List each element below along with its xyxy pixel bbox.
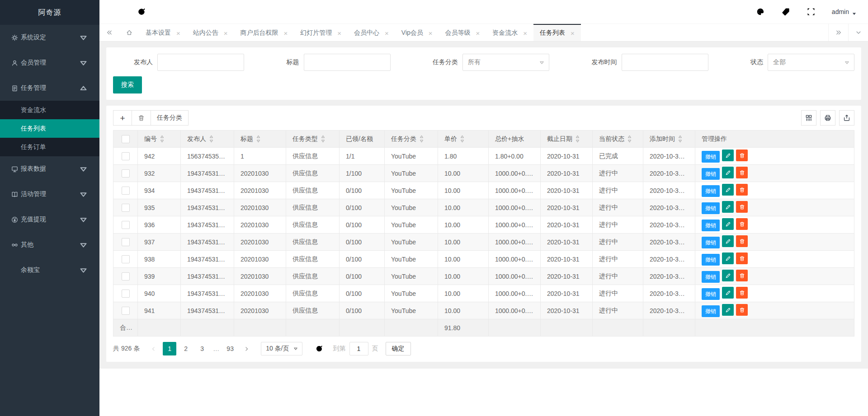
row-checkbox[interactable] bbox=[122, 290, 130, 298]
sort-icon[interactable] bbox=[160, 135, 164, 143]
tab-merchant-permissions[interactable]: 商户后台权限× bbox=[234, 24, 294, 41]
tabs-scroll-right-button[interactable] bbox=[828, 24, 848, 41]
confirm-button[interactable]: 确定 bbox=[386, 342, 411, 355]
field-input-publish-time[interactable] bbox=[622, 54, 708, 71]
task-category-button[interactable]: 任务分类 bbox=[151, 110, 189, 126]
sidebar-subitem-task-orders[interactable]: 任务订单 bbox=[0, 138, 99, 156]
edit-button[interactable] bbox=[722, 150, 734, 161]
page-button-3[interactable]: 3 bbox=[195, 342, 209, 355]
delete-row-button[interactable] bbox=[736, 184, 748, 196]
pagination-refresh-icon[interactable] bbox=[315, 345, 323, 353]
page-button-1[interactable]: 1 bbox=[163, 342, 176, 355]
page-size-select[interactable]: 10 条/页 bbox=[261, 342, 302, 355]
revoke-button[interactable]: 撤销 bbox=[702, 151, 720, 163]
export-button[interactable] bbox=[839, 110, 854, 126]
revoke-button[interactable]: 撤销 bbox=[702, 202, 720, 214]
field-select-task-category[interactable]: 所有 bbox=[462, 54, 549, 71]
tab-close-icon[interactable]: × bbox=[337, 30, 341, 37]
sort-icon[interactable] bbox=[627, 135, 632, 143]
tab-basic-settings[interactable]: 基本设置× bbox=[139, 24, 187, 41]
delete-row-button[interactable] bbox=[736, 235, 748, 247]
tab-close-icon[interactable]: × bbox=[385, 30, 389, 37]
tab-home-button[interactable] bbox=[119, 24, 139, 41]
theme-palette-icon[interactable] bbox=[756, 7, 765, 16]
row-checkbox[interactable] bbox=[122, 255, 130, 263]
goto-page-input[interactable] bbox=[349, 342, 368, 355]
sidebar-subitem-task-list[interactable]: 任务列表 bbox=[0, 119, 99, 138]
revoke-button[interactable]: 撤销 bbox=[702, 220, 720, 231]
next-page-button[interactable] bbox=[240, 342, 253, 355]
page-button-2[interactable]: 2 bbox=[179, 342, 193, 355]
search-button[interactable]: 搜索 bbox=[113, 76, 142, 93]
sort-icon[interactable] bbox=[209, 135, 213, 143]
edit-button[interactable] bbox=[722, 201, 734, 213]
tab-funds-flow[interactable]: 资金流水× bbox=[486, 24, 533, 41]
delete-row-button[interactable] bbox=[736, 201, 748, 213]
sidebar-item-recharge-withdraw[interactable]: 充值提现 bbox=[0, 207, 99, 232]
edit-button[interactable] bbox=[722, 184, 734, 196]
revoke-button[interactable]: 撤销 bbox=[702, 288, 720, 300]
edit-button[interactable] bbox=[722, 235, 734, 247]
delete-row-button[interactable] bbox=[736, 150, 748, 161]
prev-page-button[interactable] bbox=[146, 342, 160, 355]
sort-icon[interactable] bbox=[678, 135, 682, 143]
sidebar-item-other[interactable]: 其他 bbox=[0, 232, 99, 257]
sidebar-item-yuebao[interactable]: 余额宝 bbox=[0, 257, 99, 283]
sort-icon[interactable] bbox=[420, 135, 424, 143]
tab-member-level[interactable]: 会员等级× bbox=[439, 24, 486, 41]
columns-filter-button[interactable] bbox=[801, 110, 816, 126]
revoke-button[interactable]: 撤销 bbox=[702, 305, 720, 317]
tab-close-icon[interactable]: × bbox=[571, 30, 575, 37]
row-checkbox[interactable] bbox=[122, 221, 130, 229]
sidebar-item-system-settings[interactable]: 系统设定 bbox=[0, 25, 99, 50]
row-checkbox[interactable] bbox=[122, 238, 130, 246]
delete-row-button[interactable] bbox=[736, 252, 748, 264]
tab-close-icon[interactable]: × bbox=[176, 30, 180, 37]
row-checkbox[interactable] bbox=[122, 307, 130, 315]
print-button[interactable] bbox=[820, 110, 835, 126]
field-input-title[interactable] bbox=[304, 54, 391, 71]
tab-task-list[interactable]: 任务列表× bbox=[533, 24, 581, 41]
tab-close-icon[interactable]: × bbox=[284, 30, 288, 37]
page-button-93[interactable]: 93 bbox=[223, 342, 237, 355]
tab-close-icon[interactable]: × bbox=[224, 30, 228, 37]
delete-row-button[interactable] bbox=[736, 218, 748, 230]
sidebar-item-member-management[interactable]: 会员管理 bbox=[0, 50, 99, 75]
select-all-checkbox[interactable] bbox=[122, 135, 130, 143]
delete-row-button[interactable] bbox=[736, 287, 748, 299]
edit-button[interactable] bbox=[722, 252, 734, 264]
tab-close-icon[interactable]: × bbox=[523, 30, 527, 37]
row-checkbox[interactable] bbox=[122, 169, 130, 178]
delete-button[interactable] bbox=[132, 110, 151, 126]
tab-close-icon[interactable]: × bbox=[476, 30, 480, 37]
sidebar-item-report-data[interactable]: 报表数据 bbox=[0, 156, 99, 182]
user-menu[interactable]: admin bbox=[832, 8, 856, 15]
tab-site-announcement[interactable]: 站内公告× bbox=[187, 24, 234, 41]
fullscreen-icon[interactable] bbox=[807, 7, 816, 16]
edit-button[interactable] bbox=[722, 270, 734, 281]
revoke-button[interactable]: 撤销 bbox=[702, 168, 720, 180]
row-checkbox[interactable] bbox=[122, 204, 130, 212]
sort-icon[interactable] bbox=[256, 135, 260, 143]
edit-button[interactable] bbox=[722, 287, 734, 299]
revoke-button[interactable]: 撤销 bbox=[702, 254, 720, 266]
sort-icon[interactable] bbox=[321, 135, 325, 143]
row-checkbox[interactable] bbox=[122, 272, 130, 280]
sort-icon[interactable] bbox=[460, 135, 464, 143]
edit-button[interactable] bbox=[722, 218, 734, 230]
delete-row-button[interactable] bbox=[736, 304, 748, 316]
field-select-status[interactable]: 全部 bbox=[768, 54, 854, 71]
collapse-menu-icon[interactable] bbox=[111, 7, 120, 16]
tabs-menu-button[interactable] bbox=[848, 24, 868, 41]
edit-button[interactable] bbox=[722, 304, 734, 316]
sidebar-item-activity-management[interactable]: 活动管理 bbox=[0, 182, 99, 207]
tag-icon[interactable] bbox=[781, 7, 790, 16]
tabs-scroll-left-button[interactable] bbox=[99, 24, 119, 41]
sidebar-subitem-funds-flow[interactable]: 资金流水 bbox=[0, 101, 99, 119]
revoke-button[interactable]: 撤销 bbox=[702, 185, 720, 197]
tab-member-center[interactable]: 会员中心× bbox=[348, 24, 395, 41]
delete-row-button[interactable] bbox=[736, 270, 748, 281]
tab-slideshow-management[interactable]: 幻灯片管理× bbox=[294, 24, 348, 41]
add-button[interactable]: + bbox=[113, 110, 132, 126]
tab-vip-member[interactable]: Vip会员× bbox=[395, 24, 439, 41]
